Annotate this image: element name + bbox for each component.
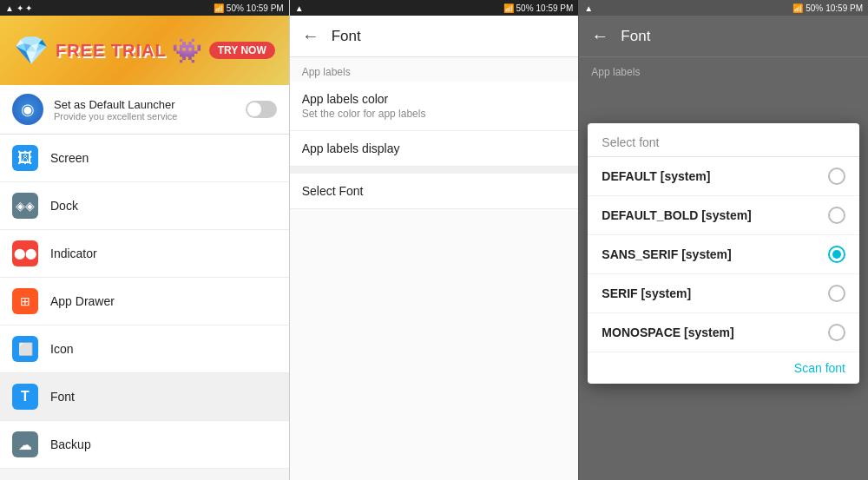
font-option-monospace-label: MONOSPACE [system] bbox=[602, 325, 828, 339]
banner-title: FREE TRIAL bbox=[56, 41, 167, 61]
font-option-default-bold-radio[interactable] bbox=[828, 207, 845, 224]
menu-item-dock[interactable]: ◈◈ Dock bbox=[0, 182, 289, 230]
icon-setting-label: Icon bbox=[50, 342, 73, 356]
launcher-title: Set as Default Launcher bbox=[54, 98, 235, 111]
status-bar-left-1: ▲ ✦ ✦ bbox=[5, 3, 32, 13]
app-drawer-label: App Drawer bbox=[50, 294, 115, 308]
font-settings-app-bar: ← Font bbox=[290, 16, 579, 57]
menu-item-screen[interactable]: 🖼 Screen bbox=[0, 135, 289, 182]
menu-list: 🖼 Screen ◈◈ Dock ⬤⬤ Indicator ⊞ App Draw… bbox=[0, 135, 289, 480]
menu-item-backup[interactable]: ☁ Backup bbox=[0, 421, 289, 469]
app-labels-section-2: App labels bbox=[290, 57, 579, 82]
screen-icon: 🖼 bbox=[12, 145, 38, 171]
dock-label: Dock bbox=[50, 199, 78, 213]
font-dialog-title: Font bbox=[621, 28, 650, 45]
menu-item-app-drawer[interactable]: ⊞ App Drawer bbox=[0, 278, 289, 325]
status-bar-right-3: 📶 50% 10:59 PM bbox=[792, 3, 863, 13]
menu-item-indicator[interactable]: ⬤⬤ Indicator bbox=[0, 230, 289, 278]
time-2: 10:59 PM bbox=[536, 3, 574, 13]
menu-item-icon-setting[interactable]: ⬜ Icon bbox=[0, 325, 289, 373]
font-option-default-bold-label: DEFAULT_BOLD [system] bbox=[602, 208, 828, 222]
dialog-overlay: Select font DEFAULT [system] DEFAULT_BOL… bbox=[588, 43, 859, 463]
screen-label: Screen bbox=[50, 151, 89, 165]
indicator-label: Indicator bbox=[50, 247, 97, 260]
default-launcher-row: ◉ Set as Default Launcher Provide you ex… bbox=[0, 85, 289, 135]
banner-content: FREE TRIAL bbox=[56, 41, 167, 61]
status-bar-right-2: 📶 50% 10:59 PM bbox=[503, 3, 574, 13]
status-bar-left-2: ▲ bbox=[295, 3, 304, 13]
battery-1: 50% bbox=[227, 3, 244, 13]
font-option-default[interactable]: DEFAULT [system] bbox=[588, 157, 859, 196]
status-bar-left-3: ▲ bbox=[584, 3, 593, 13]
app-labels-color-subtitle: Set the color for app labels bbox=[302, 108, 567, 120]
launcher-icon: ◉ bbox=[12, 94, 43, 125]
status-bar-2: ▲ 📶 50% 10:59 PM bbox=[290, 0, 579, 16]
battery-2: 50% bbox=[516, 3, 534, 13]
dialog-footer: Scan font bbox=[588, 352, 859, 384]
status-bar-right-1: 📶 50% 10:59 PM bbox=[214, 3, 284, 13]
monster-icon: 👾 bbox=[172, 36, 202, 65]
free-trial-banner[interactable]: 💎 FREE TRIAL 👾 TRY NOW bbox=[0, 16, 289, 85]
signal-icon-3: 📶 bbox=[792, 3, 803, 13]
font-option-serif[interactable]: SERIF [system] bbox=[588, 274, 859, 313]
panel-font-settings: ▲ 📶 50% 10:59 PM ← Font App labels App l… bbox=[289, 0, 579, 480]
icon-setting-icon: ⬜ bbox=[12, 336, 38, 362]
font-label: Font bbox=[50, 390, 75, 404]
divider-2 bbox=[290, 167, 579, 174]
font-option-sans-serif[interactable]: SANS_SERIF [system] bbox=[588, 235, 859, 274]
font-selection-dialog: Select font DEFAULT [system] DEFAULT_BOL… bbox=[588, 123, 859, 384]
signal-icon-2: 📶 bbox=[503, 3, 514, 13]
backup-icon: ☁ bbox=[12, 431, 38, 457]
launcher-subtitle: Provide you excellent service bbox=[54, 111, 235, 122]
indicator-icon: ⬤⬤ bbox=[12, 240, 38, 266]
app-labels-color-item[interactable]: App labels color Set the color for app l… bbox=[290, 82, 579, 131]
font-option-serif-radio[interactable] bbox=[828, 285, 845, 302]
battery-3: 50% bbox=[806, 3, 823, 13]
panel-main-menu: ▲ ✦ ✦ 📶 50% 10:59 PM 💎 FREE TRIAL 👾 TRY … bbox=[0, 0, 289, 480]
font-option-monospace-radio[interactable] bbox=[828, 324, 845, 341]
app-labels-display-item[interactable]: App labels display bbox=[290, 131, 579, 167]
dialog-header: Select font bbox=[588, 123, 859, 157]
back-button-2[interactable]: ← bbox=[302, 26, 319, 46]
font-option-sans-serif-label: SANS_SERIF [system] bbox=[602, 247, 828, 261]
time-3: 10:59 PM bbox=[825, 3, 863, 13]
launcher-text: Set as Default Launcher Provide you exce… bbox=[54, 98, 235, 122]
dock-icon: ◈◈ bbox=[12, 193, 38, 219]
diamond-icon: 💎 bbox=[14, 34, 49, 67]
status-bar-1: ▲ ✦ ✦ 📶 50% 10:59 PM bbox=[0, 0, 289, 16]
default-launcher-toggle[interactable] bbox=[246, 101, 277, 118]
font-option-default-bold[interactable]: DEFAULT_BOLD [system] bbox=[588, 196, 859, 235]
font-option-serif-label: SERIF [system] bbox=[602, 286, 828, 300]
dialog-title: Select font bbox=[602, 135, 845, 149]
font-option-sans-serif-radio[interactable] bbox=[828, 246, 845, 263]
signal-icon-1: 📶 bbox=[214, 3, 224, 13]
font-settings-title: Font bbox=[332, 28, 361, 45]
notification-icons-1: ▲ ✦ ✦ bbox=[5, 3, 32, 13]
status-bar-3: ▲ 📶 50% 10:59 PM bbox=[579, 0, 868, 16]
panel-font-dialog: ▲ 📶 50% 10:59 PM ← Font App labels Selec… bbox=[578, 0, 868, 480]
font-option-default-label: DEFAULT [system] bbox=[602, 169, 828, 183]
font-option-monospace[interactable]: MONOSPACE [system] bbox=[588, 313, 859, 352]
app-drawer-icon: ⊞ bbox=[12, 288, 38, 314]
backup-label: Backup bbox=[50, 437, 91, 451]
app-labels-display-title: App labels display bbox=[302, 141, 567, 155]
menu-item-font[interactable]: T Font bbox=[0, 373, 289, 421]
notification-icons-3: ▲ bbox=[584, 3, 593, 13]
notification-icons-2: ▲ bbox=[295, 3, 304, 13]
app-labels-color-title: App labels color bbox=[302, 92, 567, 106]
font-icon: T bbox=[12, 384, 38, 410]
select-font-item[interactable]: Select Font bbox=[290, 174, 579, 209]
scan-font-button[interactable]: Scan font bbox=[794, 361, 845, 375]
select-font-title: Select Font bbox=[302, 184, 567, 198]
time-1: 10:59 PM bbox=[247, 3, 284, 13]
font-option-default-radio[interactable] bbox=[828, 168, 845, 185]
try-now-button[interactable]: TRY NOW bbox=[209, 42, 275, 59]
